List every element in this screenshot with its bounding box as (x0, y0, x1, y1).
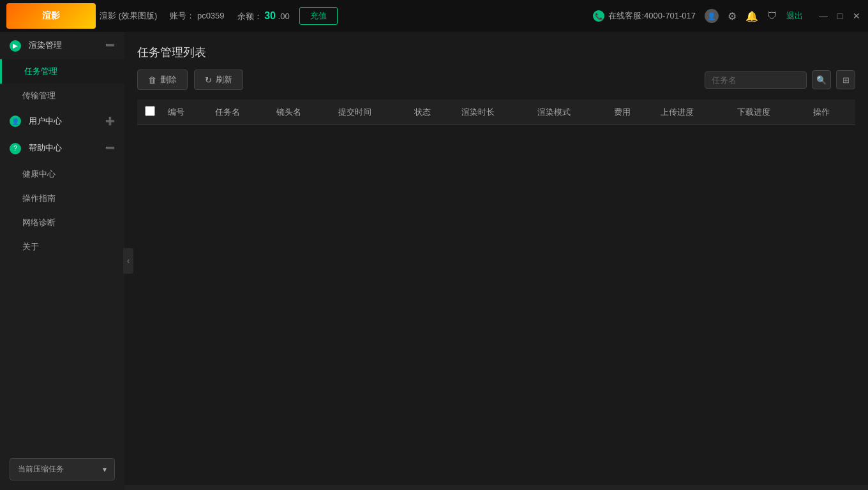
sidebar-render-mgmt[interactable]: ▶ 渲染管理 ➖ (0, 32, 124, 59)
notification-icon[interactable]: 🔔 (745, 10, 758, 22)
sidebar-item-about[interactable]: 关于 (0, 235, 124, 259)
network-diag-label: 网络诊断 (22, 218, 56, 227)
sidebar-collapse-button[interactable]: ‹ (123, 248, 133, 274)
window-controls: — □ ✕ (818, 11, 862, 21)
phone-icon: 📞 (593, 10, 604, 22)
sidebar-item-health-center[interactable]: 健康中心 (0, 162, 124, 186)
th-task-name: 任务名 (210, 100, 272, 125)
delete-icon: 🗑 (148, 75, 156, 85)
th-operation: 操作 (808, 100, 855, 125)
search-input[interactable] (705, 71, 807, 89)
th-fee: 费用 (609, 100, 656, 125)
shield-icon[interactable]: 🛡 (767, 10, 777, 22)
titlebar: 渲影 (效果图版) 账号： pc0359 余额： 30 .00 充值 📞 在线客… (0, 0, 868, 32)
page-title: 任务管理列表 (137, 45, 855, 60)
grid-view-button[interactable]: ⊞ (836, 70, 855, 89)
balance-value: 30 (264, 10, 276, 21)
close-button[interactable]: ✕ (851, 11, 862, 21)
render-mgmt-expand-icon: ➖ (105, 41, 115, 50)
titlebar-right: 📞 在线客服:4000-701-017 👤 ⚙ 🔔 🛡 退出 — □ ✕ (593, 9, 862, 23)
table-header: 编号 任务名 镜头名 提交时间 状态 渲染时长 渲染模式 费用 上传进度 下载进… (137, 100, 855, 125)
maximize-button[interactable]: □ (835, 11, 845, 21)
app-title: 渲影 (效果图版) (100, 10, 157, 22)
customer-service-label: 在线客服:4000-701-017 (608, 10, 696, 22)
account-label: 账号： (170, 11, 195, 20)
th-download-progress: 下载进度 (732, 100, 808, 125)
task-mgmt-label: 任务管理 (24, 66, 57, 76)
avatar-icon: 👤 (705, 9, 719, 23)
help-center-icon: ? (10, 143, 21, 154)
user-center-label: 用户中心 (29, 116, 62, 126)
toolbar: 🗑 删除 ↻ 刷新 🔍 ⊞ (137, 70, 855, 90)
help-center-label: 帮助中心 (29, 143, 62, 152)
refresh-label: 刷新 (216, 74, 232, 85)
help-center-label-area: ? 帮助中心 (10, 142, 62, 154)
page-title-bar: 任务管理列表 (137, 45, 855, 60)
user-center-icon: 👤 (10, 115, 21, 127)
refresh-button[interactable]: ↻ 刷新 (194, 70, 243, 90)
th-status: 状态 (409, 100, 456, 125)
account-value: pc0359 (197, 11, 225, 20)
th-upload-progress: 上传进度 (655, 100, 731, 125)
logo-image (6, 3, 96, 29)
grid-icon: ⊞ (842, 75, 849, 85)
recharge-button[interactable]: 充值 (299, 7, 338, 25)
search-button[interactable]: 🔍 (812, 70, 831, 89)
sidebar-item-task-mgmt[interactable]: 任务管理 (0, 59, 124, 84)
sidebar-item-transfer-mgmt[interactable]: 传输管理 (0, 84, 124, 108)
health-center-label: 健康中心 (22, 169, 56, 179)
balance-label: 余额： (237, 11, 262, 21)
balance-cents: .00 (278, 11, 290, 21)
select-all-checkbox[interactable] (145, 106, 155, 116)
about-label: 关于 (22, 242, 39, 251)
th-submit-time: 提交时间 (333, 100, 409, 125)
sidebar-item-operation-guide[interactable]: 操作指南 (0, 186, 124, 211)
user-center-expand-icon: ➕ (105, 117, 115, 126)
task-table: 编号 任务名 镜头名 提交时间 状态 渲染时长 渲染模式 费用 上传进度 下载进… (137, 100, 855, 125)
bottom-task-button[interactable]: 当前压缩任务 ▾ (10, 458, 115, 480)
sidebar: ▶ 渲染管理 ➖ 任务管理 传输管理 👤 用户中心 ➕ ? 帮助中心 ➖ (0, 32, 124, 490)
render-mgmt-label-area: ▶ 渲染管理 (10, 40, 62, 52)
bottom-task-label: 当前压缩任务 (18, 464, 64, 475)
main-layout: ▶ 渲染管理 ➖ 任务管理 传输管理 👤 用户中心 ➕ ? 帮助中心 ➖ (0, 32, 868, 490)
collapse-icon: ‹ (127, 256, 130, 265)
refresh-icon: ↻ (205, 75, 212, 85)
content-area: 任务管理列表 🗑 删除 ↻ 刷新 🔍 ⊞ (124, 32, 868, 490)
render-mgmt-label: 渲染管理 (29, 40, 62, 50)
search-area: 🔍 ⊞ (705, 70, 855, 89)
operation-guide-label: 操作指南 (22, 193, 56, 203)
sidebar-user-center[interactable]: 👤 用户中心 ➕ (0, 108, 124, 135)
sidebar-help-center[interactable]: ? 帮助中心 ➖ (0, 135, 124, 162)
th-render-duration: 渲染时长 (456, 100, 532, 125)
settings-icon[interactable]: ⚙ (728, 10, 737, 22)
search-icon: 🔍 (816, 75, 827, 85)
account-info: 账号： pc0359 (170, 10, 224, 22)
render-mgmt-icon: ▶ (10, 40, 21, 52)
customer-service: 📞 在线客服:4000-701-017 (593, 10, 696, 22)
logo-area: 渲影 (效果图版) (6, 3, 157, 29)
th-id: 编号 (163, 100, 210, 125)
delete-button[interactable]: 🗑 删除 (137, 70, 188, 90)
bottom-task-dropdown-icon: ▾ (103, 465, 107, 474)
user-center-label-area: 👤 用户中心 (10, 115, 62, 128)
sidebar-item-network-diag[interactable]: 网络诊断 (0, 211, 124, 235)
th-render-mode: 渲染模式 (532, 100, 608, 125)
minimize-button[interactable]: — (818, 11, 828, 21)
help-center-expand-icon: ➖ (105, 144, 115, 152)
transfer-mgmt-label: 传输管理 (22, 91, 56, 100)
balance-area: 余额： 30 .00 (237, 10, 290, 22)
logout-button[interactable]: 退出 (786, 10, 803, 22)
th-checkbox (137, 100, 163, 125)
table-header-row: 编号 任务名 镜头名 提交时间 状态 渲染时长 渲染模式 费用 上传进度 下载进… (137, 100, 855, 125)
horizontal-scrollbar[interactable] (124, 485, 868, 490)
delete-label: 删除 (160, 74, 177, 85)
th-scene-name: 镜头名 (271, 100, 333, 125)
